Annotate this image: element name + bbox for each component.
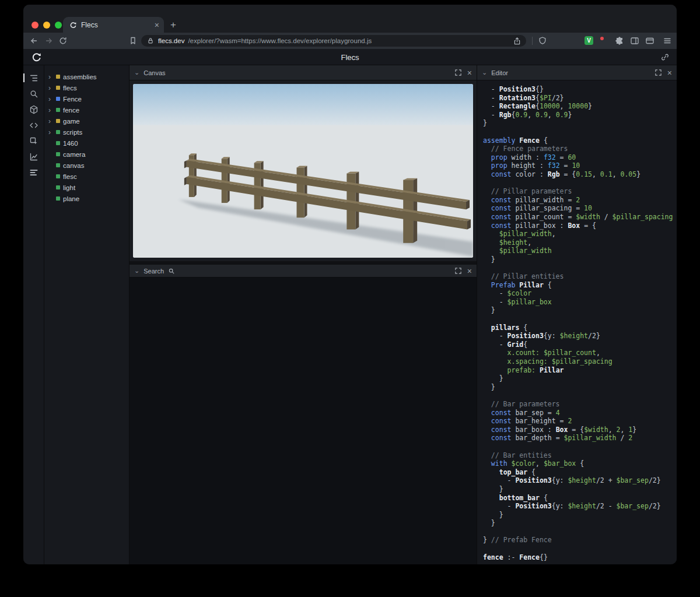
tree-item[interactable]: plane [44,193,129,204]
code-line: const bar_depth = $pillar_width / 2 [483,434,677,443]
entities-cube-icon[interactable] [23,101,44,117]
code-line: pillars { [483,324,677,332]
code-line: - Rectangle{10000, 10000} [483,102,677,111]
share-icon[interactable] [513,37,522,45]
close-panel-icon[interactable]: × [467,267,472,275]
tab-close-icon[interactable]: × [155,21,159,29]
canvas-panel-header: ⌄ Canvas × [130,65,477,80]
menu-icon[interactable] [663,36,672,45]
code-line: const bar_box : Box = {$width, 2, 1} [483,426,677,434]
entity-tree-icon[interactable] [23,70,44,86]
expand-panel-icon[interactable] [654,69,662,76]
code-icon[interactable] [23,117,44,133]
app-header: Flecs [23,49,677,65]
close-panel-icon[interactable]: × [667,69,672,77]
tree-item[interactable]: › assemblies [44,71,129,82]
collapse-chevron-icon[interactable]: ⌄ [482,69,487,76]
tree-item[interactable]: flesc [44,171,129,182]
minimize-window-button[interactable] [43,22,50,29]
canvas-select-icon[interactable] [23,133,44,149]
data-rows-icon[interactable] [23,164,44,180]
entity-color-dot [56,163,60,167]
reload-button[interactable] [58,36,68,45]
code-line [483,443,677,451]
editor-panel-title: Editor [491,69,508,76]
collapse-chevron-icon[interactable]: ⌄ [134,268,139,274]
code-line: prefab: Pillar [483,366,677,375]
tree-item[interactable]: › Fence [44,93,129,104]
close-panel-icon[interactable]: × [467,69,472,77]
tree-item[interactable]: canvas [44,160,129,171]
code-line: prop width : f32 = 60 [483,153,677,162]
tree-item[interactable]: › flecs [44,82,129,93]
tree-item[interactable]: camera [44,149,129,160]
red-extension-icon[interactable] [600,37,604,40]
canvas-3d-viewport[interactable] [133,84,473,258]
search-panel-header: ⌄ Search × [130,265,477,278]
code-line: } [483,255,677,264]
sidebar-toggle-icon[interactable] [630,36,639,45]
code-line: const bar_height = 2 [483,417,677,426]
code-editor[interactable]: - Position3{} - Rotation3{$PI/2} - Recta… [477,80,677,564]
url-domain: flecs.dev [158,37,184,44]
expand-panel-icon[interactable] [454,267,462,275]
statistics-icon[interactable] [23,149,44,164]
tree-item[interactable]: 1460 [44,138,129,149]
entity-color-dot [56,108,60,112]
entity-color-dot [56,185,60,189]
search-panel-body [130,278,477,564]
app-main: › assemblies › flecs › Fence [23,65,677,564]
expand-chevron-icon: › [48,107,53,114]
entity-label: camera [63,151,85,158]
code-line: with $color, $bar_box { [483,459,677,468]
browser-window: Flecs × + flecs.dev [23,5,677,564]
entity-label: game [63,118,80,125]
back-button[interactable] [29,36,38,45]
expand-panel-icon[interactable] [454,69,462,76]
code-line: // Pillar entities [483,272,677,281]
code-line: // Bar entities [483,451,677,460]
link-icon[interactable] [660,52,670,64]
address-bar[interactable]: flecs.dev /explorer/?wasm=https://www.fl… [141,35,526,47]
tree-item[interactable]: › game [44,115,129,127]
code-line: fence :- Fence{} [483,553,677,562]
entity-color-dot [56,141,60,145]
code-line: prop height : f32 = 10 [483,161,677,170]
code-line: } [483,511,677,519]
search-glass-icon [168,268,175,275]
collapse-chevron-icon[interactable]: ⌄ [134,69,139,76]
url-path: /explorer/?wasm=https://www.flecs.dev/ex… [188,37,509,44]
code-line: const pillar_box : Box = { [483,222,677,230]
expand-chevron-icon: › [48,129,53,136]
entity-label: fence [63,107,79,114]
code-line: const bar_sep = 4 [483,409,677,417]
wallet-icon[interactable] [645,36,654,45]
vimium-extension-icon[interactable]: V [584,36,593,45]
entity-label: plane [63,195,79,202]
code-line: } [483,306,677,315]
search-icon[interactable] [23,86,44,101]
browser-tab[interactable]: Flecs × [63,17,164,33]
entity-label: assemblies [63,73,97,80]
code-line: - Position3{y: $height/2} [483,332,677,340]
code-line: bottom_bar { [483,494,677,503]
zoom-window-button[interactable] [55,22,62,29]
new-tab-button[interactable]: + [170,20,176,30]
bookmark-icon[interactable] [128,36,138,45]
forward-button[interactable] [44,36,54,45]
lock-icon [146,37,155,45]
code-line: // Fence parameters [483,145,677,153]
tree-item[interactable]: light [44,182,129,193]
code-line: - Grid{ [483,340,677,349]
tree-item[interactable]: › fence [44,104,129,115]
shield-icon[interactable] [538,36,547,45]
close-window-button[interactable] [32,22,38,29]
tool-sidebar [23,65,44,564]
tree-item[interactable]: › scripts [44,127,129,138]
code-line: $height, [483,238,677,247]
expand-chevron-icon: › [48,85,53,92]
extensions-puzzle-icon[interactable] [615,36,624,45]
code-line: - $pillar_box [483,298,677,307]
code-line [483,128,677,136]
code-line [483,179,677,188]
